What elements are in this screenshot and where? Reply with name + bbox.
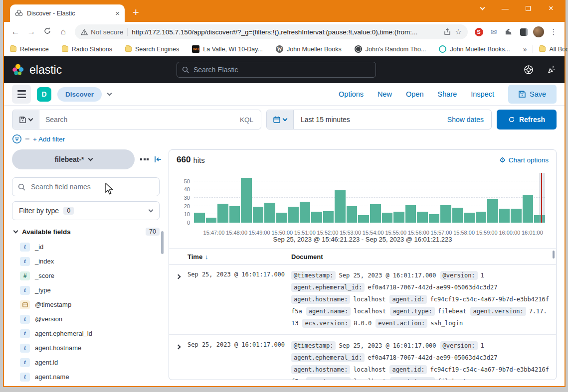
histogram-bar[interactable] xyxy=(429,214,440,223)
query-language-button[interactable]: KQL xyxy=(232,116,261,124)
histogram-bar[interactable] xyxy=(276,213,287,223)
tab-search-button[interactable] xyxy=(471,1,494,16)
histogram-bar[interactable] xyxy=(311,212,322,223)
histogram-bar[interactable] xyxy=(347,206,358,223)
histogram-bar[interactable] xyxy=(499,209,510,223)
available-fields-header[interactable]: Available fields 70 xyxy=(12,228,160,236)
histogram-bar[interactable] xyxy=(206,218,217,223)
address-bar[interactable]: Not secure http://172.105.7.150/app/disc… xyxy=(75,24,468,39)
close-button[interactable]: × xyxy=(540,1,563,16)
field-search-input[interactable] xyxy=(30,182,154,191)
help-lifebuoy-icon[interactable] xyxy=(524,65,534,75)
histogram-bar[interactable] xyxy=(194,213,205,223)
new-tab-button[interactable]: + xyxy=(133,7,139,18)
field-options-icon[interactable] xyxy=(140,158,149,160)
field-item[interactable]: #_score xyxy=(12,268,169,283)
index-pattern-select[interactable]: filebeat-* xyxy=(12,149,135,169)
add-filter-button[interactable]: + Add filter xyxy=(33,135,65,143)
histogram-bar[interactable] xyxy=(217,204,228,223)
histogram-bar[interactable] xyxy=(288,207,299,223)
bookmarks-overflow-icon[interactable]: » xyxy=(523,45,527,53)
sidebar-scrollbar[interactable] xyxy=(161,231,164,254)
histogram-bar[interactable] xyxy=(323,211,334,223)
newsfeed-icon[interactable] xyxy=(547,65,557,75)
histogram-bar[interactable] xyxy=(393,212,404,223)
breadcrumb-chevron-icon[interactable] xyxy=(107,91,112,96)
expand-row-icon[interactable] xyxy=(169,340,188,380)
nav-link-new[interactable]: New xyxy=(378,90,392,98)
tab-close-icon[interactable]: × xyxy=(115,9,120,17)
time-column-header[interactable]: Time↓ xyxy=(169,253,291,261)
histogram-bar[interactable] xyxy=(464,213,475,223)
date-quick-select-button[interactable] xyxy=(267,110,294,129)
home-icon[interactable]: ⌂ xyxy=(56,27,71,37)
histogram-bar[interactable] xyxy=(487,199,498,223)
bookmark-item[interactable]: Radio Stations xyxy=(62,46,112,53)
not-secure-warning[interactable]: Not secure xyxy=(81,28,123,36)
browser-tab[interactable]: Discover - Elastic × xyxy=(10,4,125,22)
histogram-bar[interactable] xyxy=(382,213,393,223)
histogram-bar[interactable] xyxy=(358,215,369,223)
minimize-button[interactable]: — xyxy=(494,1,517,16)
bookmark-item[interactable]: John Mueller Books... xyxy=(439,45,510,53)
refresh-button[interactable]: Refresh xyxy=(497,110,557,130)
histogram-bar[interactable] xyxy=(417,212,428,223)
histogram-chart[interactable]: 15:47:0015:48:0015:49:0015:50:0015:51:00… xyxy=(176,170,549,236)
forward-icon[interactable]: → xyxy=(24,27,39,37)
share-icon[interactable] xyxy=(443,28,451,36)
histogram-bar[interactable] xyxy=(335,190,346,223)
bookmark-item[interactable]: wuLa Valle, WI 10-Day... xyxy=(192,45,263,53)
field-item[interactable]: tagent.name xyxy=(12,370,169,384)
field-item[interactable]: @timestamp xyxy=(12,297,169,312)
histogram-bar[interactable] xyxy=(264,203,275,223)
elastic-search-input[interactable]: Search Elastic xyxy=(177,62,376,78)
saved-query-button[interactable] xyxy=(12,110,39,129)
back-icon[interactable]: ← xyxy=(8,27,23,37)
show-dates-button[interactable]: Show dates xyxy=(447,116,491,124)
filter-icon[interactable] xyxy=(12,134,22,144)
field-item[interactable]: tagent.id xyxy=(12,355,169,370)
side-panel-icon[interactable] xyxy=(517,28,531,36)
table-scrollbar[interactable] xyxy=(553,251,555,259)
histogram-bar[interactable] xyxy=(253,207,264,223)
histogram-bar[interactable] xyxy=(452,208,463,223)
field-item[interactable]: tagent.ephemeral_id xyxy=(12,326,169,341)
nav-link-options[interactable]: Options xyxy=(339,90,364,98)
histogram-bar[interactable] xyxy=(229,206,240,223)
histogram-bar[interactable] xyxy=(370,204,381,223)
field-item[interactable]: tagent.hostname xyxy=(12,341,169,355)
nav-link-share[interactable]: Share xyxy=(438,90,457,98)
breadcrumb-discover[interactable]: Discover xyxy=(57,87,102,102)
bookmark-item[interactable]: John's Random Tho... xyxy=(355,45,426,53)
histogram-bar[interactable] xyxy=(405,205,416,223)
histogram-bar[interactable] xyxy=(241,178,252,223)
menu-hamburger-icon[interactable] xyxy=(12,85,31,104)
extensions-puzzle-icon[interactable] xyxy=(502,28,516,36)
sort-desc-icon[interactable]: ↓ xyxy=(205,253,208,261)
filter-by-type-select[interactable]: Filter by type 0 xyxy=(12,201,160,220)
histogram-bar[interactable] xyxy=(440,205,451,223)
search-input[interactable] xyxy=(39,116,232,124)
field-item[interactable]: t_index xyxy=(12,254,169,268)
nav-link-inspect[interactable]: Inspect xyxy=(471,90,494,98)
field-item[interactable]: t_type xyxy=(12,283,169,297)
histogram-bar[interactable] xyxy=(476,212,487,223)
profile-avatar[interactable] xyxy=(532,26,546,37)
nav-link-open[interactable]: Open xyxy=(406,90,423,98)
all-bookmarks-button[interactable]: All Bookmarks xyxy=(539,46,568,53)
bookmark-item[interactable]: Search Engines xyxy=(125,46,179,53)
bookmark-item[interactable]: Reference xyxy=(10,46,49,53)
histogram-bar[interactable] xyxy=(511,209,522,223)
expand-row-icon[interactable] xyxy=(169,269,188,329)
collapse-sidebar-icon[interactable] xyxy=(154,156,162,163)
bookmark-star-icon[interactable]: ☆ xyxy=(455,27,462,36)
chart-options-button[interactable]: ⚙ Chart options xyxy=(499,156,549,164)
reload-icon[interactable] xyxy=(40,27,55,37)
extension-mail-icon[interactable]: ✉ xyxy=(487,27,501,36)
extension-s-icon[interactable]: S xyxy=(472,28,486,36)
time-range-value[interactable]: Last 15 minutes xyxy=(294,116,447,124)
histogram-bar[interactable] xyxy=(300,202,311,223)
field-item[interactable]: t@version xyxy=(12,312,169,326)
maximize-button[interactable] xyxy=(517,1,540,16)
field-item[interactable]: t_id xyxy=(12,240,169,254)
